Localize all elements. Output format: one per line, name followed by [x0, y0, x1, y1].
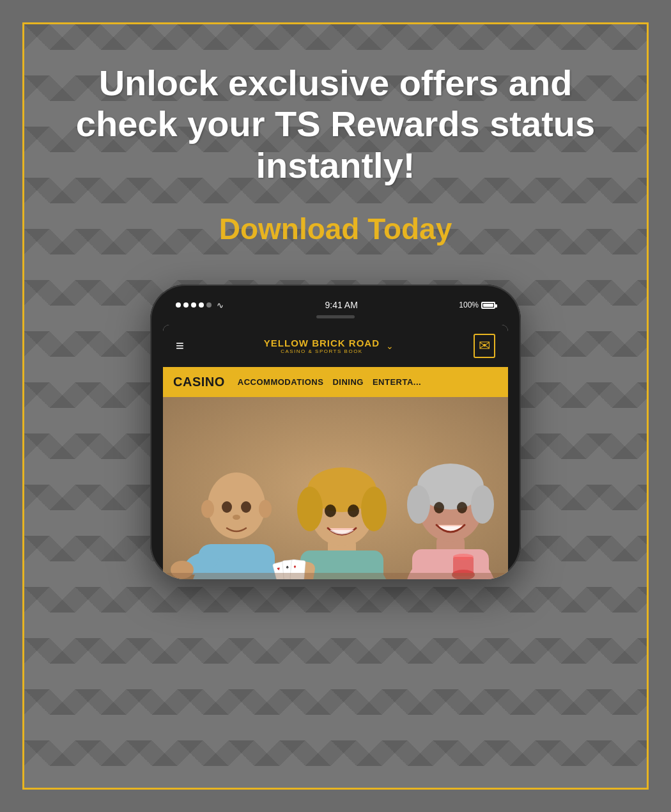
svg-point-4: [201, 500, 214, 518]
app-logo-text: YELLOW BRICK ROAD CASINO & SPORTS BOOK: [264, 338, 380, 354]
svg-point-39: [453, 554, 474, 560]
battery-indicator: 100%: [459, 301, 495, 309]
wifi-icon: ∿: [217, 301, 224, 310]
ad-container: Unlock exclusive offers and check your T…: [22, 22, 649, 790]
svg-point-35: [457, 502, 467, 513]
phone-speaker: [316, 315, 355, 318]
people-illustration: ♥ ♠ ♦: [163, 397, 508, 579]
status-time: 9:41 AM: [325, 300, 357, 310]
signal-indicators: ∿: [176, 301, 224, 310]
signal-dot-1: [176, 302, 181, 308]
status-bar: ∿ 9:41 AM 100%: [163, 296, 508, 315]
logo-title: YELLOW BRICK ROAD: [264, 338, 380, 348]
signal-dot-2: [183, 302, 189, 308]
battery-icon: [481, 302, 495, 309]
svg-point-18: [325, 504, 336, 517]
svg-point-16: [297, 487, 323, 531]
signal-dot-5: [206, 302, 212, 308]
app-photo-area: ♥ ♠ ♦: [163, 397, 508, 579]
phone-frame: ∿ 9:41 AM 100%: [150, 285, 521, 579]
svg-text:♦: ♦: [293, 564, 297, 570]
svg-point-34: [434, 502, 444, 513]
phone-mockup: ∿ 9:41 AM 100%: [150, 285, 521, 579]
content-area: Unlock exclusive offers and check your T…: [24, 24, 647, 579]
svg-point-33: [471, 485, 494, 524]
chevron-down-icon[interactable]: ⌄: [386, 341, 394, 351]
svg-point-5: [259, 500, 272, 518]
svg-point-3: [208, 472, 265, 539]
signal-dot-4: [199, 302, 204, 308]
svg-point-8: [233, 515, 240, 520]
svg-rect-40: [163, 573, 508, 579]
battery-percentage: 100%: [459, 301, 479, 309]
hamburger-icon[interactable]: ≡: [176, 339, 184, 353]
logo-subtitle: CASINO & SPORTS BOOK: [264, 348, 380, 354]
svg-point-32: [407, 485, 430, 524]
nav-item-accommodations[interactable]: ACCOMMODATIONS: [238, 377, 333, 387]
app-navigation: CASINO ACCOMMODATIONS DINING ENTERTA...: [163, 367, 508, 397]
download-today-link[interactable]: Download Today: [219, 212, 452, 246]
svg-point-19: [348, 504, 359, 517]
mail-icon[interactable]: ✉: [474, 334, 495, 358]
nav-item-entertainment[interactable]: ENTERTA...: [373, 377, 430, 387]
phone-screen: ≡ YELLOW BRICK ROAD CASINO & SPORTS BOOK…: [163, 325, 508, 579]
svg-point-17: [361, 487, 387, 531]
app-logo-area: YELLOW BRICK ROAD CASINO & SPORTS BOOK ⌄: [264, 338, 394, 354]
svg-point-7: [241, 501, 251, 513]
app-header: ≡ YELLOW BRICK ROAD CASINO & SPORTS BOOK…: [163, 325, 508, 367]
nav-item-dining[interactable]: DINING: [332, 377, 373, 387]
svg-point-6: [222, 501, 232, 513]
headline-text: Unlock exclusive offers and check your T…: [75, 63, 596, 186]
nav-item-casino[interactable]: CASINO: [173, 375, 238, 389]
signal-dot-3: [191, 302, 196, 308]
